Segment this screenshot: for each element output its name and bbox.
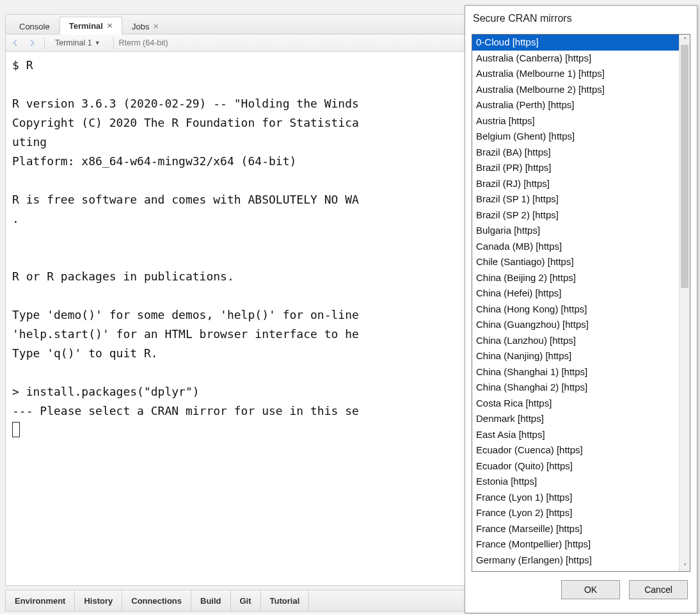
mirror-list-item[interactable]: Australia (Melbourne 2) [https] bbox=[472, 82, 680, 98]
mirror-listbox-frame: 0-Cloud [https]Australia (Canberra) [htt… bbox=[472, 34, 690, 572]
mirror-list-item[interactable]: Brazil (BA) [https] bbox=[472, 145, 680, 161]
mirror-list-item[interactable]: Chile (Santiago) [https] bbox=[472, 254, 680, 270]
scroll-down-icon[interactable]: ˅ bbox=[680, 561, 690, 571]
terminal-selector[interactable]: Terminal 1 ▼ bbox=[51, 38, 104, 48]
dialog-buttons: OK Cancel bbox=[465, 572, 697, 613]
bottom-tab-history[interactable]: History bbox=[75, 590, 122, 611]
tab-terminal[interactable]: Terminal ✕ bbox=[60, 17, 122, 35]
button-label: OK bbox=[584, 585, 597, 595]
mirror-list-item[interactable]: Brazil (PR) [https] bbox=[472, 160, 680, 176]
mirror-list-item[interactable]: China (Beijing 2) [https] bbox=[472, 270, 680, 286]
mirror-list-item[interactable]: Denmark [https] bbox=[472, 411, 680, 427]
mirror-list-item[interactable]: China (Shanghai 2) [https] bbox=[472, 380, 680, 396]
mirror-list-item[interactable]: France (Marseille) [https] bbox=[472, 521, 680, 537]
mirror-list-item[interactable]: Germany (Erlangen) [https] bbox=[472, 553, 680, 569]
mirror-list-item[interactable]: Australia (Melbourne 1) [https] bbox=[472, 66, 680, 82]
mirror-list-item[interactable]: Canada (MB) [https] bbox=[472, 239, 680, 255]
cursor bbox=[12, 422, 20, 437]
button-label: Cancel bbox=[644, 585, 672, 595]
tab-jobs[interactable]: Jobs ✕ bbox=[122, 17, 168, 35]
mirror-list-item[interactable]: China (Nanjing) [https] bbox=[472, 348, 680, 364]
mirror-list-item[interactable]: Belgium (Ghent) [https] bbox=[472, 129, 680, 145]
terminal-subtitle: Rterm (64-bit) bbox=[113, 37, 168, 49]
mirror-list-item[interactable]: Australia (Canberra) [https] bbox=[472, 51, 680, 67]
workspace: Console Terminal ✕ Jobs ✕ Terminal 1 ▼ bbox=[0, 0, 700, 614]
cancel-button[interactable]: Cancel bbox=[629, 580, 688, 599]
mirror-list-item[interactable]: East Asia [https] bbox=[472, 427, 680, 443]
mirror-list-item[interactable]: China (Hefei) [https] bbox=[472, 286, 680, 302]
mirror-list-item[interactable]: Costa Rica [https] bbox=[472, 396, 680, 412]
tab-console[interactable]: Console bbox=[10, 17, 60, 35]
mirror-list-item[interactable]: Ecuador (Quito) [https] bbox=[472, 458, 680, 474]
mirror-list-item[interactable]: China (Shanghai 1) [https] bbox=[472, 364, 680, 380]
mirror-list-item[interactable]: France (Lyon 2) [https] bbox=[472, 505, 680, 521]
close-icon[interactable]: ✕ bbox=[153, 23, 159, 30]
mirror-list-item[interactable]: Germany (Leipzig) [https] bbox=[472, 568, 680, 571]
mirror-list-item[interactable]: Estonia [https] bbox=[472, 474, 680, 490]
scrollbar[interactable]: ˄ ˅ bbox=[679, 35, 690, 571]
mirror-list-item[interactable]: Ecuador (Cuenca) [https] bbox=[472, 442, 680, 458]
bottom-tab-environment[interactable]: Environment bbox=[6, 590, 75, 611]
mirror-list-item[interactable]: France (Montpellier) [https] bbox=[472, 537, 680, 553]
mirror-list-item[interactable]: Brazil (SP 1) [https] bbox=[472, 191, 680, 207]
mirror-list-item[interactable]: China (Hong Kong) [https] bbox=[472, 302, 680, 318]
mirror-list-item[interactable]: 0-Cloud [https] bbox=[472, 35, 680, 51]
nav-forward-icon[interactable] bbox=[26, 38, 38, 48]
tab-label: Jobs bbox=[132, 22, 149, 31]
bottom-tab-git[interactable]: Git bbox=[231, 590, 261, 611]
mirror-list-item[interactable]: France (Lyon 1) [https] bbox=[472, 490, 680, 506]
bottom-tab-tutorial[interactable]: Tutorial bbox=[261, 590, 310, 611]
separator bbox=[44, 37, 45, 49]
bottom-tab-connections[interactable]: Connections bbox=[122, 590, 191, 611]
cran-mirror-dialog: Secure CRAN mirrors 0-Cloud [https]Austr… bbox=[465, 5, 697, 613]
close-icon[interactable]: ✕ bbox=[107, 22, 113, 29]
mirror-list-item[interactable]: China (Lanzhou) [https] bbox=[472, 333, 680, 349]
mirror-list-item[interactable]: Australia (Perth) [https] bbox=[472, 97, 680, 113]
mirror-list-item[interactable]: Austria [https] bbox=[472, 113, 680, 129]
tab-label: Console bbox=[19, 22, 50, 31]
mirror-list-item[interactable]: Brazil (SP 2) [https] bbox=[472, 207, 680, 223]
scroll-up-icon[interactable]: ˄ bbox=[680, 35, 690, 45]
nav-back-icon[interactable] bbox=[10, 38, 21, 48]
mirror-list-item[interactable]: China (Guangzhou) [https] bbox=[472, 317, 680, 333]
mirror-list-item[interactable]: Brazil (RJ) [https] bbox=[472, 176, 680, 192]
scroll-thumb[interactable] bbox=[681, 45, 688, 288]
terminal-selector-label: Terminal 1 bbox=[55, 38, 92, 47]
terminal-text: $ R R version 3.6.3 (2020-02-29) -- "Hol… bbox=[12, 58, 359, 417]
mirror-list-item[interactable]: Bulgaria [https] bbox=[472, 223, 680, 239]
bottom-tab-build[interactable]: Build bbox=[191, 590, 231, 611]
tab-label: Terminal bbox=[69, 21, 103, 31]
dialog-title: Secure CRAN mirrors bbox=[465, 6, 697, 31]
ok-button[interactable]: OK bbox=[561, 580, 620, 599]
chevron-down-icon: ▼ bbox=[95, 40, 100, 46]
mirror-listbox[interactable]: 0-Cloud [https]Australia (Canberra) [htt… bbox=[472, 35, 680, 571]
